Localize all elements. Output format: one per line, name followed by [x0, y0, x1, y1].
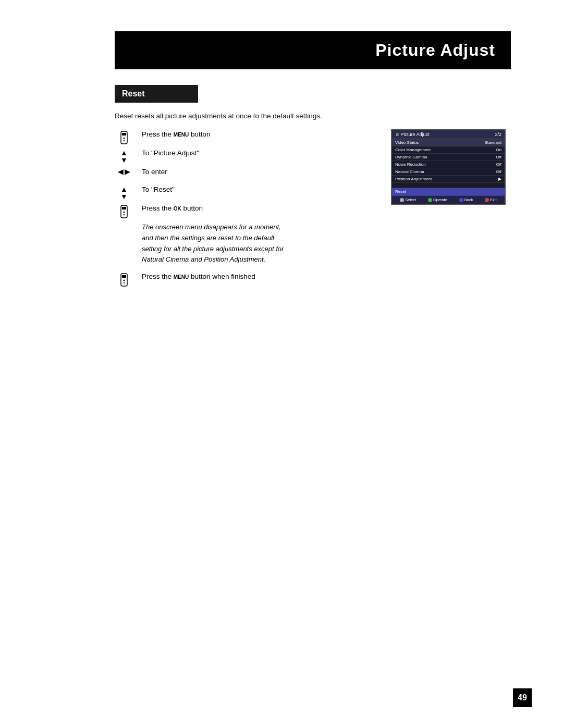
osd-title: 🖥 Picture Adjust [395, 132, 430, 137]
step-3-row: Press the Ok button [115, 203, 381, 219]
osd-footer-exit: Exit [485, 198, 497, 202]
osd-row-dynamic-gamma: Dynamic GammaOff [392, 154, 505, 161]
intro-text: Reset resets all picture adjustments at … [115, 112, 511, 120]
svg-point-7 [124, 214, 125, 215]
italic-line2: and then the settings are reset to the d… [142, 234, 274, 242]
step-2c-text: To "Reset" [142, 184, 381, 195]
steps-and-osd: Press the Menu button ▲ ▼ To "Picture Ad… [115, 129, 511, 290]
osd-footer-back: Back [459, 198, 473, 202]
step-2a-text: To "Picture Adjust" [142, 148, 381, 158]
osd-footer-operate: Operate [428, 198, 447, 202]
step-1-text: Press the Menu button [142, 129, 381, 140]
step-2b-text: To enter [142, 167, 381, 177]
osd-screen: 🖥 Picture Adjust 2/2 Video Status Standa… [391, 129, 506, 205]
operate-dot [428, 198, 432, 202]
osd-subheader: Video Status Standard [392, 139, 505, 146]
page-title: Picture Adjust [115, 31, 511, 69]
page-number: 49 [513, 688, 532, 707]
final-step-text: Press the Menu button when finished [142, 272, 381, 282]
osd-footer: Select Operate Back Exit [392, 195, 505, 204]
final-step-row: Press the Menu button when finished [115, 272, 381, 287]
remote-icon-1 [115, 130, 133, 145]
osd-subheader-value: Standard [485, 140, 501, 145]
italic-line4: Natural Cinema and Position Adjustment. [142, 255, 265, 263]
exit-dot [485, 198, 489, 202]
osd-page: 2/2 [495, 132, 501, 137]
osd-row-noise-reduction: Noise ReductionOff [392, 161, 505, 168]
section-header: Reset [115, 85, 198, 103]
step-3-text: Press the Ok button [142, 203, 381, 214]
arrow-updown-icon-2: ▲ ▼ [115, 186, 133, 200]
steps-left: Press the Menu button ▲ ▼ To "Picture Ad… [115, 129, 381, 290]
page-container: Picture Adjust Reset Reset resets all pi… [0, 0, 563, 728]
menu-key-1: Menu [174, 132, 189, 138]
svg-point-2 [124, 138, 125, 139]
osd-row-empty [392, 183, 505, 188]
step-2b-row: ◀ ▶ To enter [115, 167, 381, 181]
remote-icon-2 [115, 204, 133, 219]
italic-line3: setting for all the picture adjustments … [142, 245, 284, 253]
step-2c-row: ▲ ▼ To "Reset" [115, 184, 381, 200]
osd-row-natural-cinema: Natural CinemaOff [392, 168, 505, 176]
back-dot [459, 198, 463, 202]
svg-rect-1 [122, 133, 126, 135]
italic-line1: The onscreen menu disappears for a momen… [142, 223, 281, 231]
remote-icon-3 [115, 273, 133, 287]
osd-row-color-mgmt: Color ManagementOn [392, 146, 505, 154]
italic-description: The onscreen menu disappears for a momen… [142, 222, 381, 265]
arrow-leftright-icon: ◀ ▶ [115, 168, 133, 175]
step-1-row: Press the Menu button [115, 129, 381, 145]
svg-point-10 [124, 280, 125, 281]
osd-row-reset: Reset [392, 188, 505, 195]
ok-key: Ok [174, 206, 181, 212]
osd-row-position-adj: Position Adjustment▶ [392, 176, 505, 183]
svg-point-3 [124, 140, 125, 141]
step-2a-row: ▲ ▼ To "Picture Adjust" [115, 148, 381, 164]
menu-key-2: Menu [174, 274, 189, 280]
svg-rect-9 [122, 275, 126, 278]
arrow-updown-icon-1: ▲ ▼ [115, 149, 133, 164]
svg-point-11 [124, 282, 125, 283]
svg-point-6 [124, 212, 125, 213]
select-dot [400, 198, 404, 202]
osd-subheader-label: Video Status [395, 140, 419, 145]
osd-header: 🖥 Picture Adjust 2/2 [392, 130, 505, 139]
osd-container: 🖥 Picture Adjust 2/2 Video Status Standa… [391, 129, 511, 205]
osd-footer-select: Select [400, 198, 416, 202]
svg-rect-5 [122, 207, 126, 209]
